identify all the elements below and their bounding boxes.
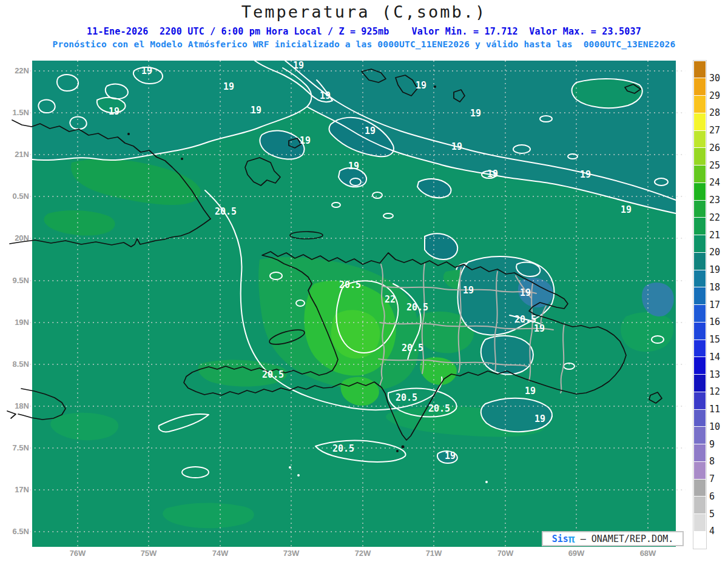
lon-tick-label: 71W <box>416 549 452 558</box>
colorbar-segment <box>694 444 706 461</box>
contour-value-label: 19 <box>463 285 474 296</box>
colorbar-segment <box>694 410 706 427</box>
colorbar-segment <box>694 218 706 235</box>
lon-tick-label: 73W <box>273 549 309 558</box>
contour-value-label: 20.5 <box>339 279 361 290</box>
colorbar-segment <box>694 532 706 549</box>
sispi-system-label: Sis <box>552 534 568 544</box>
contour-value-label: 22 <box>385 294 396 305</box>
contour-value-label: 20.5 <box>215 206 237 217</box>
colorbar-tick-label: 20 <box>709 247 720 258</box>
lon-tick-label: 69W <box>558 549 595 558</box>
colorbar-segment <box>694 131 706 148</box>
lat-tick-label: 0.5N <box>1 192 29 201</box>
contour-value-label: 19 <box>223 81 234 92</box>
contour-value-label: 20.5 <box>514 314 536 325</box>
colorbar-segment <box>694 287 706 304</box>
contour-value-label: 19 <box>320 90 331 101</box>
colorbar-tick-label: 24 <box>709 177 720 188</box>
colorbar-segment <box>694 462 706 479</box>
contour-value-label: 19 <box>300 135 311 146</box>
colorbar-segment <box>694 61 706 78</box>
contour-value-label: 19 <box>525 386 536 396</box>
colorbar-tick-label: 21 <box>709 230 720 241</box>
contour-value-label: 19 <box>445 450 456 461</box>
contour-value-label: 19 <box>365 125 376 136</box>
colorbar-segment <box>694 96 706 113</box>
colorbar-segment <box>694 201 706 218</box>
lat-tick-label: 18N <box>1 401 29 410</box>
colorbar-tick-label: 25 <box>709 160 720 171</box>
contour-value-label: 20.5 <box>262 369 284 380</box>
colorbar-tick-label: 30 <box>709 73 720 84</box>
colorbar-segment <box>694 148 706 165</box>
lon-tick-label: 75W <box>130 549 167 558</box>
lat-tick-label: 7.5N <box>1 443 29 452</box>
colorbar-tick-label: 18 <box>709 282 720 293</box>
colorbar-segment <box>694 357 706 374</box>
attribution-badge: Sisπ – ONAMET/REP.DOM. <box>542 531 684 546</box>
colorbar-segment <box>694 375 706 392</box>
colorbar-tick-label: 8 <box>709 456 715 467</box>
lat-tick-label: 19N <box>1 318 29 327</box>
pi-symbol: π <box>568 535 575 543</box>
colorbar-segment <box>694 305 706 322</box>
contour-value-label: 19 <box>487 169 498 179</box>
colorbar-tick-label: 27 <box>709 125 720 136</box>
colorbar-tick-label: 14 <box>709 352 720 363</box>
colorbar-segment <box>694 392 706 409</box>
colorbar-tick-label: 6 <box>709 491 715 502</box>
lat-tick-label: 9.5N <box>1 276 29 285</box>
lat-tick-label: 1.5N <box>1 108 29 117</box>
contour-value-label: 19 <box>470 108 481 119</box>
map-title: Temperatura (C,somb.) <box>0 2 728 21</box>
colorbar-segment <box>694 183 706 200</box>
colorbar-tick-label: 19 <box>709 264 720 275</box>
colorbar-tick-label: 15 <box>709 334 720 345</box>
colorbar-segment <box>694 235 706 252</box>
contour-value-label: 20.5 <box>402 343 423 353</box>
colorbar-segment <box>694 480 706 497</box>
contour-value-label: 19 <box>520 287 531 298</box>
colorbar-segment <box>694 340 706 357</box>
contour-value-label: 19 <box>109 106 120 117</box>
colorbar-segment <box>694 78 706 95</box>
contour-value-label: 19 <box>348 161 359 172</box>
colorbar-segment <box>694 514 706 531</box>
lon-tick-label: 76W <box>59 549 96 558</box>
onamet-label: – ONAMET/REP.DOM. <box>575 534 674 544</box>
colorbar-segment <box>694 253 706 270</box>
contour-value-label: 20.5 <box>332 443 354 454</box>
colorbar-tick-label: 23 <box>709 195 720 206</box>
colorbar-segment <box>694 113 706 130</box>
contour-value-label: 20.5 <box>428 403 450 414</box>
lat-tick-label: 8.5N <box>1 360 29 369</box>
colorbar-tick-label: 5 <box>709 509 715 520</box>
colorbar-segment <box>694 323 706 340</box>
lat-tick-label: 21N <box>1 150 29 159</box>
weather-map-page: Temperatura (C,somb.) 11-Ene-2026 2200 U… <box>0 0 728 562</box>
colorbar-tick-label: 10 <box>709 421 720 432</box>
valid-time-minmax-line: 11-Ene-2026 2200 UTC / 6:00 pm Hora Loca… <box>0 26 728 37</box>
model-init-line: Pronóstico con el Modelo Atmósferico WRF… <box>0 39 728 49</box>
colorbar-tick-label: 12 <box>709 386 720 397</box>
colorbar-segment <box>694 497 706 513</box>
colorbar-tick-label: 9 <box>709 439 715 450</box>
lat-tick-label: 22N <box>1 66 29 75</box>
contour-value-label: 19 <box>416 80 426 91</box>
colorbar-tick-label: 17 <box>709 299 720 310</box>
contour-value-label: 19 <box>251 105 261 116</box>
contour-value-label: 19 <box>293 60 304 71</box>
lat-tick-label: 20N <box>1 233 29 243</box>
lat-tick-label: 6.5N <box>1 527 29 536</box>
colorbar-segment <box>694 270 706 287</box>
lon-tick-label: 74W <box>202 549 238 558</box>
colorbar-tick-label: 29 <box>709 90 720 101</box>
colorbar-tick-label: 11 <box>709 404 720 415</box>
colorbar-tick-label: 28 <box>709 107 720 118</box>
contour-value-label: 19 <box>534 413 545 424</box>
lon-tick-label: 68W <box>630 549 666 558</box>
forecast-map <box>0 0 728 562</box>
colorbar-tick-label: 7 <box>709 473 715 484</box>
contour-value-label: 20.5 <box>396 392 417 403</box>
